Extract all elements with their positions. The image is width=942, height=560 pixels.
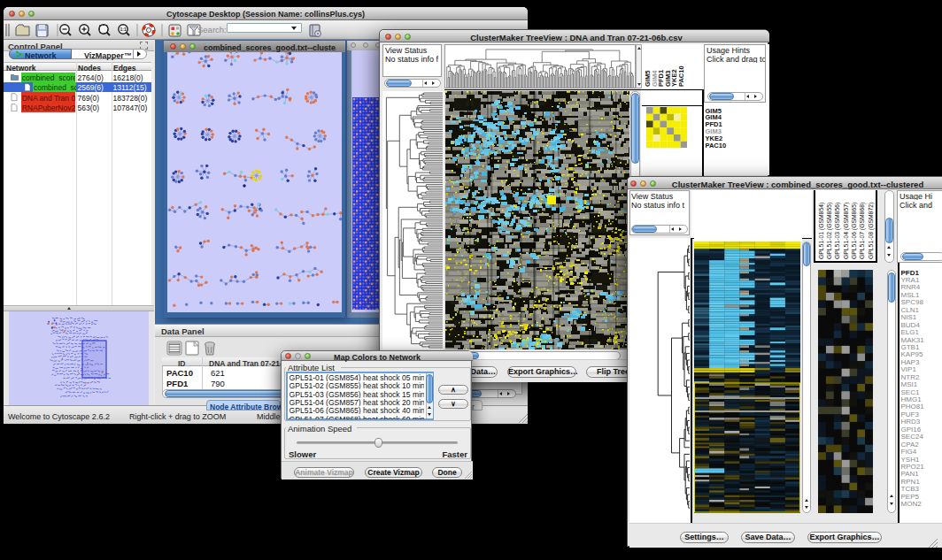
- svg-text:1:1: 1:1: [120, 27, 127, 32]
